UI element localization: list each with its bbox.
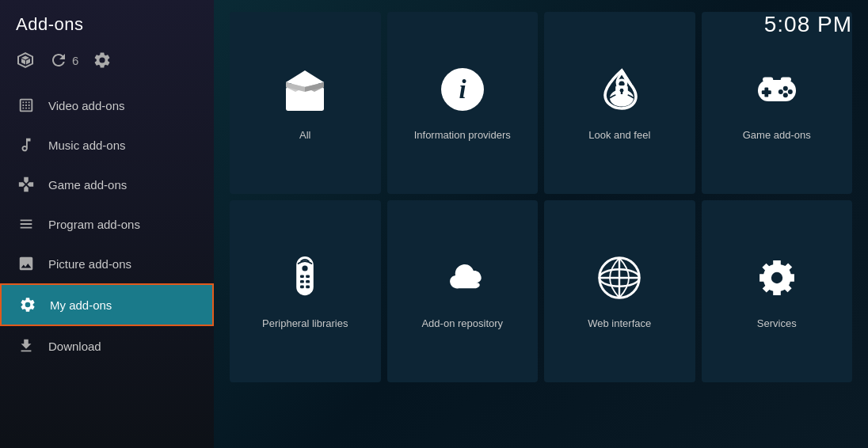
grid-item-web-interface[interactable]: Web interface — [544, 200, 695, 382]
sidebar-item-music-addons[interactable]: Music add-ons — [0, 125, 214, 165]
toolbar: 6 — [0, 43, 214, 82]
program-icon — [16, 214, 36, 234]
sidebar-item-label: Picture add-ons — [48, 257, 131, 271]
grid-item-label: Add-on repository — [421, 317, 503, 329]
sidebar-item-label: Program add-ons — [48, 218, 140, 231]
sidebar-item-picture-addons[interactable]: Picture add-ons — [0, 244, 214, 283]
sidebar-item-video-addons[interactable]: Video add-ons — [0, 85, 214, 125]
grid-item-label: Peripheral libraries — [262, 317, 348, 329]
sidebar-item-label: My add-ons — [50, 298, 112, 312]
download-icon — [16, 336, 36, 356]
remote-icon — [281, 254, 329, 309]
info-icon: i — [439, 66, 486, 121]
grid-item-addon-repository[interactable]: Add-on repository — [387, 200, 539, 382]
gamepad-icon — [753, 66, 801, 121]
globe-icon — [596, 254, 643, 309]
grid-item-all[interactable]: All — [230, 12, 381, 194]
sidebar-item-label: Video add-ons — [48, 99, 124, 112]
refresh-badge[interactable]: 6 — [49, 51, 78, 70]
sidebar-item-label: Download — [48, 340, 101, 353]
grid-item-label: Services — [757, 317, 797, 329]
svg-rect-26 — [306, 285, 310, 288]
sidebar-item-download[interactable]: Download — [0, 326, 214, 366]
svg-rect-24 — [306, 280, 310, 283]
grid-item-label: Information providers — [414, 129, 511, 141]
picture-icon — [16, 253, 36, 274]
svg-point-14 — [788, 89, 793, 94]
svg-rect-9 — [621, 90, 622, 94]
svg-rect-17 — [763, 77, 773, 82]
grid-item-label: Game add-ons — [743, 129, 811, 141]
svg-rect-21 — [300, 275, 304, 278]
box-icon — [281, 66, 329, 121]
svg-point-13 — [783, 85, 788, 90]
grid-item-label: Web interface — [588, 317, 651, 329]
svg-rect-23 — [300, 280, 304, 283]
packages-icon[interactable] — [16, 51, 35, 70]
lookandfeel-icon — [596, 66, 643, 121]
svg-point-15 — [783, 93, 788, 97]
grid-item-services[interactable]: Services — [702, 200, 853, 382]
time-display: 5:08 PM — [764, 12, 852, 37]
sidebar: Add-ons 6 — [0, 0, 214, 448]
sidebar-item-my-addons[interactable]: My add-ons — [0, 283, 214, 326]
myaddons-icon — [17, 294, 38, 315]
refresh-count: 6 — [72, 54, 78, 67]
grid-item-label: All — [299, 129, 310, 141]
game-nav-icon — [16, 174, 36, 195]
video-icon — [16, 95, 36, 116]
settings-icon[interactable] — [93, 51, 112, 70]
svg-point-20 — [303, 265, 308, 271]
cloud-icon — [439, 254, 486, 309]
svg-point-16 — [779, 89, 783, 94]
svg-point-31 — [771, 271, 782, 283]
svg-text:i: i — [459, 74, 466, 103]
nav-menu: Video add-ons Music add-ons Game add-ons — [0, 85, 214, 448]
grid-item-game-addons[interactable]: Game add-ons — [702, 12, 853, 194]
music-icon — [16, 135, 36, 155]
sidebar-item-label: Game add-ons — [48, 178, 127, 192]
sidebar-item-program-addons[interactable]: Program add-ons — [0, 204, 214, 244]
svg-rect-25 — [300, 285, 304, 288]
sidebar-item-label: Music add-ons — [48, 139, 126, 152]
gear-icon — [753, 254, 801, 309]
grid-item-label: Look and feel — [588, 129, 650, 141]
grid-item-information-providers[interactable]: i Information providers — [387, 12, 539, 194]
main-content: 5:08 PM All i Inf — [214, 0, 868, 448]
page-title: Add-ons — [0, 0, 214, 43]
svg-rect-12 — [762, 90, 771, 94]
grid-item-peripheral-libraries[interactable]: Peripheral libraries — [230, 200, 381, 382]
grid-item-look-and-feel[interactable]: Look and feel — [544, 12, 695, 194]
sidebar-item-game-addons[interactable]: Game add-ons — [0, 165, 214, 204]
svg-rect-22 — [306, 275, 310, 278]
svg-rect-18 — [781, 77, 791, 82]
